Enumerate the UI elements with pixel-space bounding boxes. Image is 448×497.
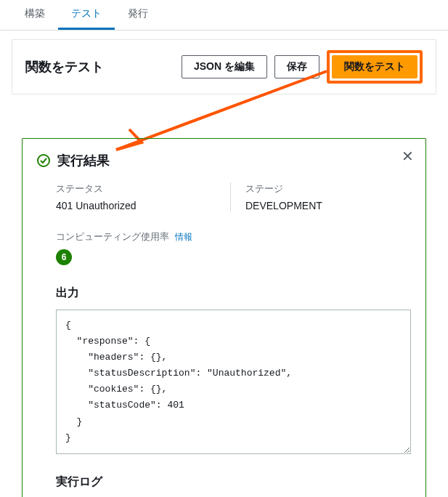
tab-publish[interactable]: 発行	[115, 0, 161, 30]
stage-value: DEVELOPMENT	[245, 200, 411, 211]
close-button[interactable]: ✕	[402, 149, 414, 163]
compute-usage-text: コンピューティング使用率	[56, 231, 169, 242]
test-function-button[interactable]: 関数をテスト	[332, 55, 418, 78]
tab-bar: 構築 テスト 発行	[0, 0, 448, 31]
status-label: ステータス	[56, 182, 201, 195]
result-meta-row: ステータス 401 Unauthorized ステージ DEVELOPMENT	[56, 182, 411, 211]
compute-usage-label: コンピューティング使用率 情報	[56, 230, 411, 243]
edit-json-button[interactable]: JSON を編集	[182, 55, 267, 78]
test-function-toolbar: 関数をテスト JSON を編集 保存 関数をテスト	[12, 39, 436, 94]
stage-block: ステージ DEVELOPMENT	[230, 182, 411, 211]
compute-usage-block: コンピューティング使用率 情報 6	[56, 230, 411, 265]
status-value: 401 Unauthorized	[56, 200, 201, 211]
toolbar-title: 関数をテスト	[25, 58, 104, 76]
output-title: 出力	[56, 286, 411, 301]
compute-usage-badge: 6	[56, 249, 72, 265]
tab-build[interactable]: 構築	[12, 0, 58, 30]
close-icon: ✕	[402, 148, 414, 164]
save-button[interactable]: 保存	[274, 55, 319, 78]
execution-result-panel: ✕ 実行結果 ステータス 401 Unauthorized ステージ DEVEL…	[22, 138, 426, 497]
stage-label: ステージ	[245, 182, 411, 195]
result-title: 実行結果	[57, 152, 110, 169]
svg-point-1	[38, 155, 49, 166]
log-title: 実行ログ	[56, 474, 411, 490]
tab-test[interactable]: テスト	[58, 0, 115, 30]
toolbar-actions: JSON を編集 保存 関数をテスト	[182, 50, 423, 84]
highlight-box: 関数をテスト	[327, 50, 423, 84]
success-check-icon	[37, 154, 50, 167]
output-box[interactable]: { "response": { "headers": {}, "statusDe…	[56, 310, 411, 454]
info-link[interactable]: 情報	[175, 232, 192, 242]
result-header: 実行結果	[37, 152, 411, 169]
status-block: ステータス 401 Unauthorized	[56, 182, 201, 211]
